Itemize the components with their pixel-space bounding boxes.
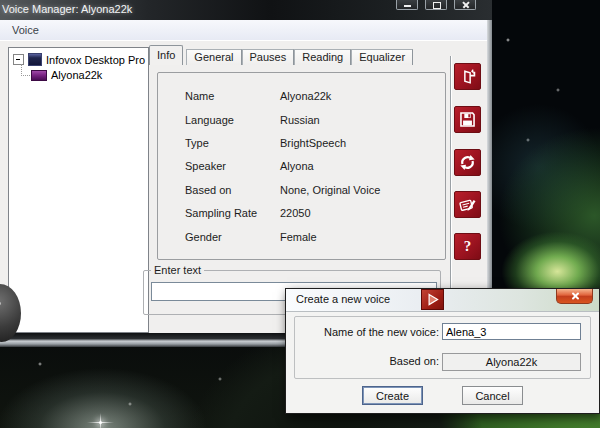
dialog-play-button[interactable] bbox=[421, 289, 444, 310]
dialog-fields-group: Name of the new voice: Based on: Alyona2… bbox=[294, 316, 591, 379]
window-title: Voice Manager: Alyona22k bbox=[2, 3, 132, 15]
create-voice-dialog: Create a new voice Name of the new voice… bbox=[285, 288, 600, 414]
voice-info-panel: NameAlyona22k LanguageRussian TypeBright… bbox=[157, 72, 446, 260]
tab-general[interactable]: General bbox=[186, 49, 241, 65]
menu-bar: Voice bbox=[0, 20, 492, 41]
exit-door-icon bbox=[458, 67, 477, 86]
maximize-button[interactable] bbox=[425, 0, 447, 10]
tab-reading[interactable]: Reading bbox=[294, 49, 351, 65]
tab-pauses[interactable]: Pauses bbox=[242, 49, 295, 65]
application-icon bbox=[28, 53, 42, 66]
refresh-button[interactable] bbox=[454, 149, 481, 176]
tree-connector-line bbox=[21, 64, 30, 76]
tree-item-alyona22k[interactable]: Alyona22k bbox=[31, 69, 148, 81]
info-row-gender: GenderFemale bbox=[158, 231, 445, 244]
dialog-title: Create a new voice bbox=[296, 293, 390, 305]
exit-button[interactable] bbox=[454, 63, 481, 90]
based-on-value-field: Alyona22k bbox=[442, 353, 581, 371]
tree-root-label: Infovox Desktop Pro bbox=[46, 54, 145, 66]
tree-child-label: Alyona22k bbox=[51, 69, 102, 81]
tab-equalizer[interactable]: Equalizer bbox=[351, 49, 413, 65]
info-row-speaker: SpeakerAlyona bbox=[158, 160, 445, 173]
info-row-name: NameAlyona22k bbox=[158, 90, 445, 103]
minimize-button[interactable] bbox=[396, 0, 418, 10]
tree-item-infovox-desktop-pro[interactable]: Infovox Desktop Pro bbox=[13, 53, 148, 66]
voice-tabs: Info General Pauses Reading Equalizer bbox=[149, 45, 413, 65]
close-button[interactable] bbox=[454, 0, 476, 10]
cancel-button[interactable]: Cancel bbox=[462, 386, 523, 405]
voice-tree-panel: Infovox Desktop Pro Alyona22k bbox=[8, 47, 149, 333]
play-icon bbox=[424, 291, 441, 308]
info-row-language: LanguageRussian bbox=[158, 114, 445, 127]
info-row-sampling-rate: Sampling Rate22050 bbox=[158, 207, 445, 220]
help-icon: ? bbox=[464, 238, 472, 255]
tab-info[interactable]: Info bbox=[149, 45, 183, 65]
enter-text-label: Enter text bbox=[151, 264, 204, 276]
dialog-titlebar: Create a new voice bbox=[286, 289, 599, 312]
info-row-based-on: Based onNone, Original Voice bbox=[158, 184, 445, 197]
save-floppy-icon bbox=[458, 110, 477, 129]
create-button[interactable]: Create bbox=[362, 386, 423, 405]
lexicon-button[interactable] bbox=[454, 191, 481, 218]
desktop: Voice Manager: Alyona22k Voice Infovox D… bbox=[0, 0, 600, 428]
dialog-close-button[interactable] bbox=[556, 289, 593, 304]
refresh-icon bbox=[458, 153, 477, 172]
help-button[interactable]: ? bbox=[454, 233, 481, 260]
wallpaper-star-glint bbox=[99, 421, 102, 424]
name-of-new-voice-label: Name of the new voice: bbox=[297, 326, 439, 338]
based-on-label: Based on: bbox=[297, 355, 439, 367]
minimize-icon bbox=[404, 5, 411, 7]
save-button[interactable] bbox=[454, 106, 481, 133]
window-titlebar: Voice Manager: Alyona22k bbox=[0, 0, 492, 20]
window-controls bbox=[396, 0, 476, 10]
new-voice-name-input[interactable] bbox=[442, 323, 581, 340]
menu-item-voice[interactable]: Voice bbox=[8, 23, 43, 37]
lexicon-edit-icon bbox=[458, 195, 477, 214]
info-row-type: TypeBrightSpeech bbox=[158, 137, 445, 150]
voice-icon bbox=[31, 70, 47, 81]
maximize-icon bbox=[433, 2, 441, 9]
